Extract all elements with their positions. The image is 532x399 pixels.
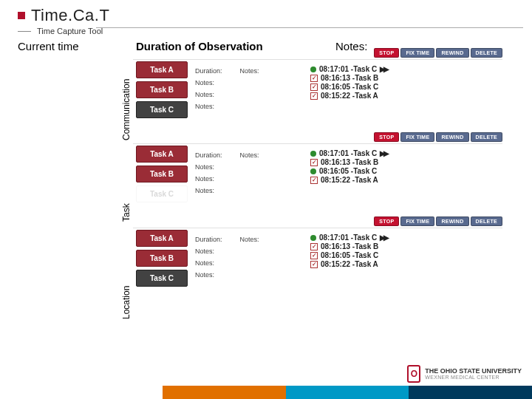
log-entry[interactable]: 08:17:01 -Task C▶▶ xyxy=(310,65,501,73)
notes-label: Notes: xyxy=(195,91,309,98)
log-text: 08:15:22 -Task A xyxy=(321,92,378,100)
log-entry[interactable]: 08:17:01 -Task C▶▶ xyxy=(310,149,501,157)
play-icon: ▶▶ xyxy=(380,149,387,157)
log-entry[interactable]: ✓08:16:05 -Task C xyxy=(310,83,501,91)
log-text: 08:15:22 -Task A xyxy=(321,176,378,184)
panel-body: Task ATask BTask CDuration:Notes:Notes:N… xyxy=(133,228,502,301)
log-entry[interactable]: ✓08:15:22 -Task A xyxy=(310,176,501,184)
tasks-column: Task ATask BTask C xyxy=(133,60,191,133)
checkbox-icon: ✓ xyxy=(310,261,318,268)
stop-button[interactable]: STOP xyxy=(374,132,399,142)
footer-bar-navy xyxy=(409,386,532,399)
category-label-communication: Communication xyxy=(121,79,132,140)
notes-label: Notes: xyxy=(240,151,259,159)
task-button[interactable]: Task A xyxy=(136,61,188,78)
notes-label: Notes: xyxy=(195,79,309,86)
log-text: 08:16:13 -Task B xyxy=(321,74,378,82)
delete-button[interactable]: DELETE xyxy=(471,216,502,226)
task-button[interactable]: Task B xyxy=(136,250,188,267)
rule-icon xyxy=(18,31,31,32)
panel-actions: STOPFIX TIMEREWINDDELETE xyxy=(374,216,502,226)
task-button[interactable]: Task A xyxy=(136,146,188,163)
log-text: 08:16:05 -Task C xyxy=(321,251,378,259)
task-button[interactable]: Task B xyxy=(136,81,188,98)
stop-button[interactable]: STOP xyxy=(374,48,399,58)
tasks-column: Task ATask BTask C xyxy=(133,144,191,217)
log-entry[interactable]: ✓08:15:22 -Task A xyxy=(310,92,501,100)
footer-bar-orange xyxy=(163,386,286,399)
play-icon: ▶▶ xyxy=(380,233,387,242)
log-text: 08:17:01 -Task C xyxy=(319,233,377,242)
category-label-task: Task xyxy=(121,203,132,222)
org-line1: THE OHIO STATE UNIVERSITY xyxy=(425,368,522,375)
rewind-button[interactable]: REWIND xyxy=(436,132,468,142)
footer-color-bar xyxy=(163,386,532,399)
checkbox-icon: ✓ xyxy=(310,252,318,259)
notes-label: Notes: xyxy=(195,248,309,255)
footer: O THE OHIO STATE UNIVERSITY WEXNER MEDIC… xyxy=(0,386,532,399)
notes-label: Notes: xyxy=(195,187,309,194)
fix-time-button[interactable]: FIX TIME xyxy=(400,216,434,226)
fix-time-button[interactable]: FIX TIME xyxy=(400,48,434,58)
rewind-button[interactable]: REWIND xyxy=(436,48,468,58)
play-icon: ▶▶ xyxy=(380,65,387,73)
duration-column: Duration:Notes:Notes:Notes:Notes: xyxy=(191,228,309,301)
header-rule xyxy=(96,27,523,28)
footer-bar-teal xyxy=(286,386,409,399)
log-entry[interactable]: ✓08:16:13 -Task B xyxy=(310,242,501,250)
org-mark-icon: O xyxy=(407,365,420,383)
notes-label: Notes: xyxy=(195,103,309,110)
panel-task: STOPFIX TIMEREWINDDELETETask ATask BTask… xyxy=(133,143,502,217)
app-header: Time.Ca.T Time Capture Tool xyxy=(0,0,532,35)
task-button[interactable]: Task B xyxy=(136,166,188,183)
duration-column: Duration:Notes:Notes:Notes:Notes: xyxy=(191,144,309,217)
status-dot-icon xyxy=(310,235,316,241)
status-dot-icon xyxy=(310,168,316,174)
stop-button[interactable]: STOP xyxy=(374,216,399,226)
fix-time-button[interactable]: FIX TIME xyxy=(400,132,434,142)
duration-label: Duration: xyxy=(195,236,222,243)
notes-label: Notes: xyxy=(240,236,259,243)
label-notes: Notes: xyxy=(335,40,367,52)
log-text: 08:16:13 -Task B xyxy=(321,242,378,250)
notes-label: Notes: xyxy=(195,271,309,279)
delete-button[interactable]: DELETE xyxy=(471,48,502,58)
notes-label: Notes: xyxy=(195,163,309,171)
notes-label: Notes: xyxy=(195,259,309,267)
status-dot-icon xyxy=(310,151,316,157)
label-duration: Duration of Observation xyxy=(136,40,335,52)
log-entry[interactable]: 08:16:05 -Task C xyxy=(310,167,501,175)
log-text: 08:17:01 -Task C xyxy=(319,65,377,73)
panel-actions: STOPFIX TIMEREWINDDELETE xyxy=(374,48,502,58)
status-dot-icon xyxy=(310,66,316,72)
label-current-time: Current time xyxy=(18,40,136,52)
log-entry[interactable]: ✓08:16:13 -Task B xyxy=(310,74,501,82)
log-text: 08:17:01 -Task C xyxy=(319,149,377,157)
duration-label: Duration: xyxy=(195,67,222,75)
panel-body: Task ATask BTask CDuration:Notes:Notes:N… xyxy=(133,143,502,217)
log-text: 08:15:22 -Task A xyxy=(321,260,378,268)
panels-container: STOPFIX TIMEREWINDDELETETask ATask BTask… xyxy=(133,59,502,312)
org-line2: WEXNER MEDICAL CENTER xyxy=(425,375,522,380)
log-entry[interactable]: ✓08:16:05 -Task C xyxy=(310,251,501,259)
task-button[interactable]: Task A xyxy=(136,230,188,247)
notes-label: Notes: xyxy=(195,175,309,183)
log-column: 08:17:01 -Task C▶▶✓08:16:13 -Task B08:16… xyxy=(309,144,502,217)
org-logo: O THE OHIO STATE UNIVERSITY WEXNER MEDIC… xyxy=(407,365,522,383)
task-button[interactable]: Task C xyxy=(136,101,188,118)
log-column: 08:17:01 -Task C▶▶✓08:16:13 -Task B✓08:1… xyxy=(309,60,502,133)
log-text: 08:16:05 -Task C xyxy=(321,83,378,91)
app-title: Time.Ca.T xyxy=(31,6,109,25)
panel-actions: STOPFIX TIMEREWINDDELETE xyxy=(374,132,502,142)
log-entry[interactable]: ✓08:15:22 -Task A xyxy=(310,260,501,268)
log-entry[interactable]: 08:17:01 -Task C▶▶ xyxy=(310,233,501,242)
checkbox-icon: ✓ xyxy=(310,92,318,100)
task-button[interactable]: Task C xyxy=(136,185,188,202)
checkbox-icon: ✓ xyxy=(310,83,318,91)
log-entry[interactable]: ✓08:16:13 -Task B xyxy=(310,158,501,166)
panel-communication: STOPFIX TIMEREWINDDELETETask ATask BTask… xyxy=(133,59,502,133)
delete-button[interactable]: DELETE xyxy=(471,132,502,142)
rewind-button[interactable]: REWIND xyxy=(436,216,468,226)
app-subtitle: Time Capture Tool xyxy=(37,27,103,35)
task-button[interactable]: Task C xyxy=(136,270,188,287)
